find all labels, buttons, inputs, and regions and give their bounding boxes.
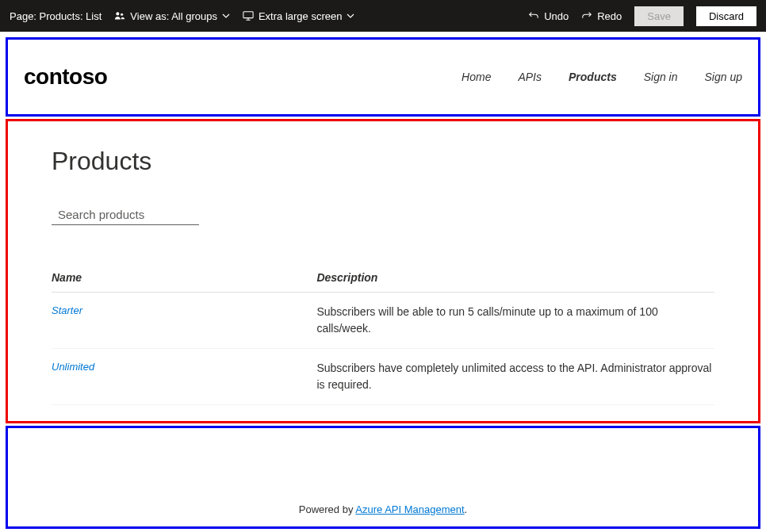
discard-button[interactable]: Discard bbox=[696, 6, 756, 26]
nav-apis[interactable]: APIs bbox=[518, 71, 542, 83]
undo-label: Undo bbox=[544, 10, 569, 22]
site-header-region: contoso Home APIs Products Sign in Sign … bbox=[6, 37, 760, 117]
product-description: Subscribers have completely unlimited ac… bbox=[316, 349, 714, 405]
column-header-name[interactable]: Name bbox=[52, 263, 316, 293]
footer-text: Powered by Azure API Management. bbox=[299, 503, 467, 515]
editor-top-bar: Page: Products: List View as: All groups… bbox=[0, 0, 766, 32]
footer-link[interactable]: Azure API Management bbox=[355, 503, 464, 515]
product-link[interactable]: Unlimited bbox=[52, 361, 94, 373]
redo-button[interactable]: Redo bbox=[581, 10, 622, 22]
chevron-down-icon bbox=[347, 12, 354, 20]
monitor-icon bbox=[243, 10, 254, 21]
product-description: Subscribers will be able to run 5 calls/… bbox=[316, 293, 714, 349]
nav-signup[interactable]: Sign up bbox=[705, 71, 742, 83]
nav-products[interactable]: Products bbox=[569, 71, 617, 83]
brand-logo[interactable]: contoso bbox=[24, 64, 107, 90]
primary-nav: Home APIs Products Sign in Sign up bbox=[462, 71, 742, 83]
table-row: Unlimited Subscribers have completely un… bbox=[52, 349, 714, 405]
redo-label: Redo bbox=[597, 10, 622, 22]
column-header-description[interactable]: Description bbox=[316, 263, 714, 293]
site-footer-region: Powered by Azure API Management. bbox=[6, 426, 760, 529]
view-as-label: View as: All groups bbox=[130, 10, 217, 22]
svg-point-1 bbox=[121, 13, 123, 16]
search-field[interactable] bbox=[52, 208, 199, 225]
table-row: Starter Subscribers will be able to run … bbox=[52, 293, 714, 349]
view-as-dropdown[interactable]: View as: All groups bbox=[114, 10, 230, 22]
svg-rect-2 bbox=[243, 12, 253, 18]
screen-size-label: Extra large screen bbox=[259, 10, 343, 22]
undo-icon bbox=[528, 10, 539, 21]
people-icon bbox=[114, 10, 125, 21]
undo-button[interactable]: Undo bbox=[528, 10, 569, 22]
page-title: Products bbox=[52, 147, 714, 176]
redo-icon bbox=[581, 10, 592, 21]
products-table: Name Description Starter Subscribers wil… bbox=[52, 263, 714, 405]
screen-size-dropdown[interactable]: Extra large screen bbox=[243, 10, 355, 22]
chevron-down-icon bbox=[222, 12, 230, 20]
save-button[interactable]: Save bbox=[634, 6, 684, 26]
nav-signin[interactable]: Sign in bbox=[644, 71, 678, 83]
search-input[interactable] bbox=[58, 208, 209, 221]
main-content-region: Products Name Description Starter Subscr… bbox=[6, 119, 760, 423]
svg-point-0 bbox=[117, 12, 120, 15]
product-link[interactable]: Starter bbox=[52, 304, 82, 316]
page-breadcrumb[interactable]: Page: Products: List bbox=[10, 10, 101, 22]
nav-home[interactable]: Home bbox=[462, 71, 491, 83]
